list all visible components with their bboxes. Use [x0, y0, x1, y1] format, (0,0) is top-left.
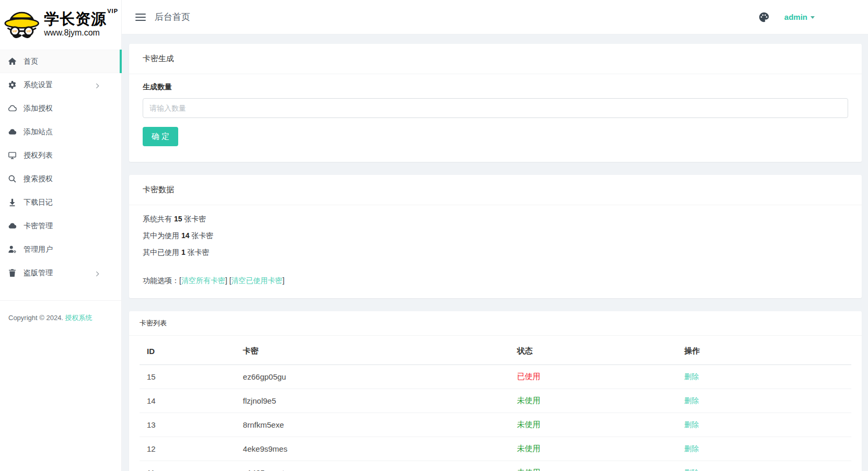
trash-icon: [8, 268, 17, 277]
sidebar-item-license-list[interactable]: 授权列表: [0, 144, 121, 167]
cell-key: flzjnol9e5: [236, 389, 510, 413]
card-key-generate-card: 卡密生成 生成数量 确 定: [129, 44, 862, 162]
card-key-list-card: 卡密列表 ID 卡密 状态 操作 15 ez66gp05gu 已使用: [129, 311, 862, 471]
table-header-row: ID 卡密 状态 操作: [140, 336, 851, 365]
card-key-stats-card: 卡密数据 系统共有 15 张卡密 其中为使用 14 张卡密 其中已使用 1 张卡…: [129, 175, 862, 298]
sidebar-item-download-log[interactable]: 下载日记: [0, 191, 121, 214]
stats-prefix: 系统共有: [143, 215, 172, 223]
options-label: 功能选项：: [143, 276, 179, 285]
delete-link[interactable]: 删除: [684, 372, 699, 381]
quantity-input[interactable]: [143, 98, 848, 118]
brand-url: www.8jym.com: [44, 28, 118, 38]
gear-icon: [8, 80, 17, 89]
download-icon: [8, 198, 17, 207]
delete-link[interactable]: 删除: [684, 420, 699, 429]
page-title: 后台首页: [155, 11, 190, 23]
stats-value: 1: [181, 248, 186, 256]
clear-used-keys-link[interactable]: 清空已使用卡密: [232, 276, 283, 285]
card-key-table: ID 卡密 状态 操作 15 ez66gp05gu 已使用 删除 14: [140, 336, 851, 471]
copyright-text: Copyright © 2024.: [8, 314, 63, 322]
sidebar-item-label: 首页: [24, 57, 38, 66]
table-row: 11 q1435qgggt 未使用 删除: [140, 461, 851, 471]
topbar: 后台首页 admin: [122, 0, 868, 34]
delete-link[interactable]: 删除: [684, 444, 699, 453]
delete-link[interactable]: 删除: [684, 396, 699, 405]
search-icon: [8, 174, 17, 183]
brand-logo-icon: VIP VIP VIP: [4, 5, 40, 43]
sidebar-item-system-settings[interactable]: 系统设置: [0, 73, 121, 97]
cloud-icon: [8, 127, 17, 136]
cell-id: 14: [140, 389, 236, 413]
sidebar-item-label: 搜索授权: [24, 174, 53, 184]
palette-icon[interactable]: [758, 11, 770, 23]
status-badge: 未使用: [510, 413, 677, 437]
cell-key: 8rnfkm5exe: [236, 413, 510, 437]
sidebar-item-label: 授权列表: [24, 151, 53, 160]
copyright-link[interactable]: 授权系统: [65, 314, 92, 322]
clear-all-keys-link[interactable]: 清空所有卡密: [181, 276, 225, 285]
confirm-button[interactable]: 确 定: [143, 127, 178, 146]
chevron-right-icon: [96, 270, 99, 278]
function-options: 功能选项：[清空所有卡密] [清空已使用卡密]: [143, 276, 848, 286]
cell-id: 12: [140, 437, 236, 461]
cloud-outline-icon: [8, 104, 17, 113]
sidebar-item-manage-users[interactable]: 管理用户: [0, 238, 121, 261]
sidebar-item-piracy-management[interactable]: 盗版管理: [0, 261, 121, 285]
stats-total-line: 系统共有 15 张卡密: [143, 215, 848, 224]
sidebar-item-home[interactable]: 首页: [0, 50, 121, 73]
card-title: 卡密数据: [129, 175, 862, 205]
cell-id: 11: [140, 461, 236, 471]
card-title: 卡密列表: [129, 311, 862, 336]
table-row: 12 4eke9s9mes 未使用 删除: [140, 437, 851, 461]
card-title: 卡密生成: [129, 44, 862, 74]
lens-vip-right-text: VIP: [27, 30, 31, 33]
stats-suffix: 张卡密: [184, 215, 206, 223]
caret-down-icon: [811, 16, 815, 21]
lens-vip-left-text: VIP: [13, 30, 17, 33]
quantity-label: 生成数量: [143, 83, 848, 92]
menu-icon[interactable]: [135, 14, 146, 21]
user-gear-icon: [8, 245, 17, 254]
table-row: 15 ez66gp05gu 已使用 删除: [140, 365, 851, 389]
stats-used-line: 其中已使用 1 张卡密: [143, 248, 848, 257]
cell-id: 15: [140, 365, 236, 389]
copyright: Copyright © 2024. 授权系统: [0, 301, 121, 335]
sidebar-item-label: 卡密管理: [24, 221, 53, 231]
stats-unused-line: 其中为使用 14 张卡密: [143, 231, 848, 241]
stats-suffix: 张卡密: [188, 248, 210, 256]
sidebar-item-label: 盗版管理: [24, 268, 53, 278]
status-badge: 未使用: [510, 461, 677, 471]
sidebar: VIP VIP VIP 学长资源VIP www.8jym.com 首页: [0, 0, 122, 471]
col-header-key: 卡密: [236, 336, 510, 365]
sidebar-item-add-site[interactable]: 添加站点: [0, 120, 121, 144]
brand-title: 学长资源VIP: [44, 11, 118, 28]
table-row: 14 flzjnol9e5 未使用 删除: [140, 389, 851, 413]
username: admin: [784, 13, 807, 21]
col-header-action: 操作: [677, 336, 851, 365]
sidebar-item-search-license[interactable]: 搜索授权: [0, 167, 121, 191]
cell-key: 4eke9s9mes: [236, 437, 510, 461]
status-badge: 未使用: [510, 437, 677, 461]
stats-suffix: 张卡密: [191, 231, 213, 240]
sidebar-item-label: 下载日记: [24, 198, 53, 207]
cell-key: q1435qgggt: [236, 461, 510, 471]
status-badge: 未使用: [510, 389, 677, 413]
brand-vip-badge: VIP: [107, 8, 118, 14]
sidebar-item-card-key-management[interactable]: 卡密管理: [0, 214, 121, 238]
monitor-icon: [8, 151, 17, 160]
status-badge: 已使用: [510, 365, 677, 389]
cell-id: 13: [140, 413, 236, 437]
delete-link[interactable]: 删除: [684, 468, 699, 471]
main-content: 卡密生成 生成数量 确 定 卡密数据 系统共有 15 张卡密 其中为使用 14 …: [122, 34, 868, 471]
table-row: 13 8rnfkm5exe 未使用 删除: [140, 413, 851, 437]
sidebar-item-add-license[interactable]: 添加授权: [0, 97, 121, 120]
brand-title-text: 学长资源: [44, 10, 107, 27]
chevron-right-icon: [96, 82, 99, 90]
cloud-icon: [8, 221, 17, 230]
stats-value: 14: [181, 231, 190, 240]
user-menu[interactable]: admin: [784, 13, 815, 21]
stats-prefix: 其中已使用: [143, 248, 179, 256]
brand: VIP VIP VIP 学长资源VIP www.8jym.com: [0, 0, 121, 48]
col-header-status: 状态: [510, 336, 677, 365]
col-header-id: ID: [140, 336, 236, 365]
